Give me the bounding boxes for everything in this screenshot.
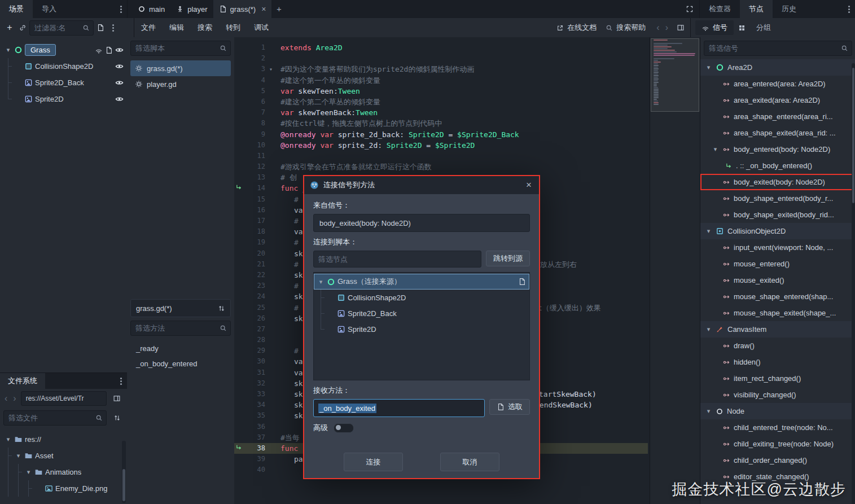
signal-class-canvasitem[interactable]: ▾CanvasItem — [700, 321, 855, 338]
scene-tab-grass[interactable]: grass(*)× — [213, 0, 272, 18]
signal-row[interactable]: area_entered(area: Area2D) — [700, 76, 855, 92]
float-panel-icon[interactable] — [671, 19, 690, 37]
signal-row[interactable]: body_shape_entered(body_r... — [700, 190, 855, 207]
history-back-icon[interactable]: ‹ — [654, 23, 662, 33]
more-icon[interactable] — [848, 8, 850, 10]
signal-row[interactable]: mouse_shape_exited(shape_... — [700, 305, 855, 321]
signal-row[interactable]: child_order_changed() — [700, 452, 855, 468]
code-line[interactable]: 7var skewTeenBack:Tween — [234, 107, 648, 118]
signal-row[interactable]: draw() — [700, 338, 855, 354]
advanced-toggle[interactable] — [334, 423, 354, 433]
search-help-button[interactable]: 搜索帮助 — [606, 23, 646, 33]
scene-tab-player[interactable]: player — [170, 0, 213, 18]
receiver-method-input[interactable]: _on_body_exited — [313, 399, 485, 417]
menu-file[interactable]: 文件 — [134, 18, 163, 37]
menu-debug[interactable]: 调试 — [247, 18, 275, 37]
signal-row[interactable]: item_rect_changed() — [700, 370, 855, 387]
method-item[interactable]: _on_body_entered — [130, 356, 231, 371]
tab-groups[interactable]: 分组 — [750, 20, 777, 35]
scene-tree-item-grass[interactable]: ▾Grass — [0, 42, 127, 58]
collapse-icon[interactable]: ▾ — [5, 436, 12, 443]
attach-script-icon[interactable] — [97, 24, 104, 32]
fullscreen-icon[interactable] — [680, 0, 699, 18]
scrollbar-grabber[interactable] — [852, 68, 854, 203]
scene-filter-input[interactable] — [33, 23, 80, 33]
more-icon[interactable] — [120, 8, 122, 10]
close-icon[interactable]: × — [524, 179, 533, 191]
code-line[interactable]: 11 — [234, 151, 648, 161]
signal-class-collisionobject2d[interactable]: ▾CollisionObject2D — [700, 223, 855, 239]
collapse-icon[interactable]: ▾ — [705, 326, 712, 333]
code-line[interactable]: 3▾#因为这个变量将帮助我们为sprite2d的倾斜属性制作动画 — [234, 64, 648, 74]
add-node-button[interactable]: + — [3, 19, 16, 37]
file-filter-input[interactable] — [7, 413, 93, 423]
file-tree-item[interactable]: ▾res:// — [0, 431, 127, 448]
code-line[interactable]: 9@onready var sprite_2d_back: Sprite2D =… — [234, 129, 648, 140]
tab-filesystem[interactable]: 文件系统 — [0, 373, 45, 389]
file-tree-item[interactable]: ▾Animations — [0, 464, 127, 480]
history-forward-icon[interactable]: › — [663, 23, 671, 33]
split-panel-icon[interactable] — [110, 392, 124, 405]
dialog-tree-item[interactable]: ▾Grass（连接来源） — [314, 274, 529, 290]
visibility-toggle-icon[interactable] — [115, 62, 124, 71]
signal-class-node[interactable]: ▾Node — [700, 403, 855, 419]
code-line[interactable]: 12#游戏引擎会在节点准备就绪立即运行这个函数 — [234, 161, 648, 172]
collapse-icon[interactable]: ▾ — [15, 452, 22, 459]
more-icon[interactable] — [112, 27, 114, 29]
minimap[interactable] — [650, 37, 700, 504]
instance-scene-icon[interactable] — [19, 24, 27, 32]
signal-connection-row[interactable]: . :: _on_body_entered() — [700, 157, 855, 174]
forward-icon[interactable]: › — [12, 393, 17, 404]
dialog-tree-item[interactable]: CollisionShape2D — [314, 290, 529, 305]
scene-tree-item-sprite-2d-back[interactable]: Sprite2D_Back — [0, 74, 127, 91]
collapse-icon[interactable]: ▾ — [705, 64, 712, 71]
signal-row[interactable]: area_shape_entered(area_ri... — [700, 108, 855, 125]
sort-icon[interactable] — [218, 305, 225, 312]
menu-edit[interactable]: 编辑 — [163, 18, 191, 37]
script-filter-input[interactable] — [134, 43, 217, 53]
signal-row[interactable]: mouse_entered() — [700, 256, 855, 272]
new-tab-button[interactable]: + — [271, 0, 286, 18]
signal-row[interactable]: hidden() — [700, 354, 855, 370]
pick-button[interactable]: 选取 — [489, 399, 530, 415]
collapse-icon[interactable]: ▾ — [705, 227, 712, 235]
scene-tree-item-sprite-2d[interactable]: Sprite2D — [0, 91, 127, 107]
code-line[interactable]: 6#建这个第二个草丛的倾斜变量 — [234, 97, 648, 107]
scrollbar-grabber[interactable] — [122, 469, 125, 501]
online-docs-button[interactable]: 在线文档 — [556, 23, 597, 33]
menu-search[interactable]: 搜索 — [191, 18, 219, 37]
code-line[interactable]: 2 — [234, 53, 648, 64]
code-line[interactable]: 10@onready var sprite_2d: Sprite2D = $Sp… — [234, 140, 648, 151]
collapse-icon[interactable]: ▾ — [317, 278, 325, 286]
scrollbar[interactable] — [122, 441, 126, 503]
collapse-icon[interactable]: ▾ — [5, 46, 12, 54]
code-line[interactable]: 8#按住ctrl键，拖拽左侧节点树上的节点到代码中 — [234, 118, 648, 129]
signal-row[interactable]: child_exiting_tree(node: Node) — [700, 436, 855, 452]
sort-icon[interactable] — [110, 411, 124, 425]
close-icon[interactable]: × — [261, 5, 266, 14]
more-icon[interactable] — [120, 380, 122, 382]
method-item[interactable]: _ready — [130, 341, 231, 356]
visibility-toggle-icon[interactable] — [115, 46, 124, 54]
signal-row[interactable]: mouse_shape_entered(shap... — [700, 288, 855, 305]
signal-row[interactable]: area_shape_exited(area_rid: ... — [700, 125, 855, 141]
file-tree-item[interactable]: Enemy_Die.png — [0, 480, 127, 497]
signal-arcs-icon[interactable] — [95, 46, 103, 54]
menu-goto[interactable]: 转到 — [219, 18, 247, 37]
dialog-tree-item[interactable]: Sprite2D — [314, 321, 529, 337]
script-icon[interactable] — [105, 46, 113, 54]
collapse-icon[interactable]: ▾ — [705, 407, 712, 415]
cancel-button[interactable]: 取消 — [440, 453, 499, 471]
dock-tab-import[interactable]: 导入 — [33, 0, 65, 18]
script-item[interactable]: player.gd — [130, 76, 231, 92]
tab-signals[interactable]: 信号 — [695, 20, 734, 35]
scene-tree-item-collision-shape-2d[interactable]: CollisionShape2D — [0, 58, 127, 74]
file-tree-item[interactable]: ▾Asset — [0, 448, 127, 464]
signal-row[interactable]: ▾body_entered(body: Node2D) — [700, 141, 855, 157]
signal-row[interactable]: visibility_changed() — [700, 387, 855, 403]
signal-row[interactable]: body_exited(body: Node2D) — [700, 174, 855, 190]
code-line[interactable]: 1extends Area2D — [234, 42, 648, 53]
dock-tab-history[interactable]: 历史 — [773, 0, 805, 18]
back-icon[interactable]: ‹ — [3, 393, 8, 404]
visibility-toggle-icon[interactable] — [115, 95, 124, 103]
